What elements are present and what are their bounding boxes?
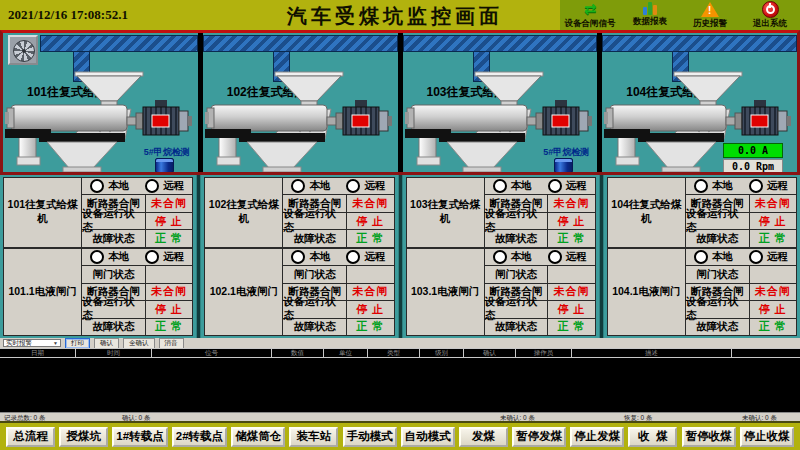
- radio-icon: [145, 179, 159, 193]
- status-row: 设备运行状态停 止: [283, 301, 393, 318]
- radio-icon: [548, 250, 562, 264]
- remote-radio[interactable]: 远程: [346, 250, 385, 264]
- transfer-arrows-icon: ⇄: [584, 1, 597, 17]
- exit-system-button[interactable]: 退出系统: [740, 0, 800, 30]
- local-radio[interactable]: 本地: [493, 179, 532, 193]
- print-button[interactable]: 打印: [65, 338, 90, 349]
- btn-transfer-point-2[interactable]: 2#转载点: [172, 427, 227, 447]
- status-value: [146, 266, 192, 282]
- status-row: 设备运行状态停 止: [485, 301, 595, 318]
- machine-panel-label: 103往复式给煤机: [407, 178, 485, 247]
- remote-radio[interactable]: 远程: [145, 179, 184, 193]
- status-value: [548, 266, 594, 282]
- status-value: 正 常: [347, 230, 393, 246]
- btn-auto-mode[interactable]: 自动模式: [401, 427, 455, 447]
- status-value: 正 常: [548, 230, 594, 246]
- local-radio[interactable]: 本地: [90, 250, 129, 264]
- alarm-table: 日期 时间 位号 数值 单位 类型 级别 确认 操作员 描述: [0, 348, 800, 412]
- btn-manual-mode[interactable]: 手动模式: [343, 427, 397, 447]
- btn-transfer-point-1[interactable]: 1#转载点: [112, 427, 167, 447]
- status-row: 故障状态正 常: [686, 230, 796, 246]
- column-header: 数值: [272, 349, 324, 357]
- remote-radio[interactable]: 远程: [145, 250, 184, 264]
- status-panel-101: 101往复式给煤机 本地 远程 断路器合闸未合闸 设备运行状态停 止 故障状态正…: [3, 177, 193, 336]
- remote-radio[interactable]: 远程: [548, 179, 587, 193]
- btn-coal-silo[interactable]: 储煤筒仓: [231, 427, 285, 447]
- btn-coal-pit[interactable]: 授煤坑: [59, 427, 108, 447]
- status-value: 未合闸: [347, 195, 393, 211]
- machine-panel-label: 104往复式给煤机: [608, 178, 686, 247]
- status-row: 故障状态正 常: [686, 319, 796, 335]
- gate-panel-label: 104.1电液闸门: [608, 249, 686, 335]
- alarm-filter-dropdown[interactable]: 实时报警▼: [3, 339, 61, 347]
- status-value: 未合闸: [548, 284, 594, 300]
- warning-icon: !: [701, 2, 719, 17]
- device-close-signal-button[interactable]: ⇄ 设备合闸信号: [560, 0, 620, 30]
- methane-detector-icon: [155, 158, 174, 172]
- local-radio[interactable]: 本地: [694, 250, 733, 264]
- status-value: 未合闸: [548, 195, 594, 211]
- status-value: 正 常: [347, 319, 393, 335]
- status-row: 设备运行状态停 止: [686, 213, 796, 230]
- mode-radio-row: 本地 远程: [82, 178, 192, 195]
- mode-radio-row: 本地 远程: [686, 249, 796, 266]
- radio-icon: [493, 250, 507, 264]
- radio-icon: [493, 179, 507, 193]
- timestamp: 2021/12/16 17:08:52.1: [8, 7, 128, 23]
- btn-total-flow[interactable]: 总流程: [6, 427, 55, 447]
- remote-radio[interactable]: 远程: [548, 250, 587, 264]
- status-row: 闸门状态: [82, 266, 192, 283]
- status-value: 正 常: [750, 319, 796, 335]
- machine-section-103: 103往复式给煤机: [403, 33, 598, 172]
- column-header: 描述: [572, 349, 732, 357]
- machine-panel-label: 102往复式给煤机: [205, 178, 283, 247]
- ack-all-button[interactable]: 全确认: [123, 338, 155, 349]
- machine-section-101: 101往复式给煤机: [3, 33, 198, 172]
- status-row: 设备运行状态停 止: [82, 213, 192, 230]
- btn-stop-receive-coal[interactable]: 停止收煤: [740, 427, 794, 447]
- beam-graphic: [40, 35, 198, 52]
- mute-button[interactable]: 消音: [159, 338, 184, 349]
- status-value: 未合闸: [347, 284, 393, 300]
- ack-button[interactable]: 确认: [94, 338, 119, 349]
- btn-pause-receive-coal[interactable]: 暂停收煤: [682, 427, 736, 447]
- btn-loading-station[interactable]: 装车站: [289, 427, 338, 447]
- local-radio[interactable]: 本地: [90, 179, 129, 193]
- status-row: 设备运行状态停 止: [686, 301, 796, 318]
- radio-icon: [749, 179, 763, 193]
- status-row: 故障状态正 常: [283, 230, 393, 246]
- column-header: 单位: [324, 349, 368, 357]
- mode-radio-row: 本地 远程: [485, 178, 595, 195]
- btn-stop-send-coal[interactable]: 停止发煤: [570, 427, 624, 447]
- radio-icon: [694, 250, 708, 264]
- chevron-down-icon: ▼: [53, 340, 58, 346]
- bar-chart-icon: [643, 1, 657, 15]
- radio-icon: [145, 250, 159, 264]
- local-radio[interactable]: 本地: [291, 250, 330, 264]
- status-row: 设备运行状态停 止: [82, 301, 192, 318]
- btn-send-coal[interactable]: 发煤: [459, 427, 508, 447]
- remote-radio[interactable]: 远程: [749, 179, 788, 193]
- remote-radio[interactable]: 远程: [346, 179, 385, 193]
- mode-radio-row: 本地 远程: [485, 249, 595, 266]
- feeder-machine-graphic: [205, 71, 393, 172]
- column-header: 位号: [152, 349, 272, 357]
- bottom-bar: 总流程 授煤坑 1#转载点 2#转载点 储煤筒仓 装车站 手动模式 自动模式 发…: [0, 421, 800, 450]
- machine-panel-label: 101往复式给煤机: [4, 178, 82, 247]
- history-alarm-button[interactable]: ! 历史报警: [680, 0, 740, 30]
- local-radio[interactable]: 本地: [493, 250, 532, 264]
- column-header: 日期: [0, 349, 76, 357]
- btn-pause-send-coal[interactable]: 暂停发煤: [512, 427, 566, 447]
- status-value: 正 常: [750, 230, 796, 246]
- status-panel-104: 104往复式给煤机 本地 远程 断路器合闸未合闸 设备运行状态停 止 故障状态正…: [607, 177, 797, 336]
- btn-receive-coal[interactable]: 收 煤: [628, 427, 677, 447]
- data-report-button[interactable]: 数据报表: [620, 0, 680, 30]
- local-radio[interactable]: 本地: [694, 179, 733, 193]
- radio-icon: [291, 250, 305, 264]
- status-row: 设备运行状态停 止: [485, 213, 595, 230]
- machine-graphic-slot: [205, 71, 393, 172]
- local-radio[interactable]: 本地: [291, 179, 330, 193]
- remote-radio[interactable]: 远程: [749, 250, 788, 264]
- beam-graphic: [602, 35, 797, 52]
- column-header: 确认: [464, 349, 516, 357]
